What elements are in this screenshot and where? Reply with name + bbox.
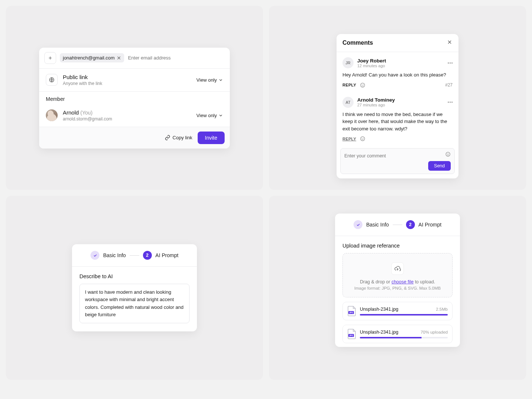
member-name: Arnold	[63, 109, 79, 116]
chevron-down-icon	[218, 113, 223, 118]
chevron-down-icon	[218, 78, 223, 82]
member-permission-dropdown[interactable]: View only	[197, 113, 223, 118]
svg-text:JPG: JPG	[349, 311, 353, 314]
file-progress-text: 70% uploaded	[420, 330, 448, 334]
emoji-button[interactable]	[445, 151, 451, 158]
file-row: JPG Unsplash-2341.jpg 2.5Mb	[342, 302, 453, 320]
comment-body: Hey Arnold! Can you have a look on this …	[342, 71, 453, 79]
smile-icon	[445, 151, 451, 157]
progress-bar	[360, 314, 448, 316]
step-label: Basic Info	[366, 222, 389, 228]
comment-item: JR Joey Robert 12 minutes ago Hey Arnold…	[337, 52, 458, 92]
comment-author: Arnold Tominey	[357, 97, 395, 103]
progress-bar	[360, 337, 448, 338]
cloud-upload-icon	[391, 262, 404, 275]
svg-point-6	[363, 138, 364, 139]
public-link-permission-dropdown[interactable]: View only	[197, 77, 223, 83]
member-heading: Member	[39, 91, 230, 104]
add-email-button[interactable]	[44, 52, 56, 64]
file-jpg-icon: JPG	[347, 306, 356, 316]
comment-more-button[interactable]	[448, 62, 453, 64]
send-button[interactable]: Send	[428, 161, 451, 171]
email-input[interactable]	[128, 55, 225, 61]
svg-point-7	[446, 152, 450, 156]
svg-point-4	[361, 137, 365, 141]
emoji-button[interactable]	[360, 136, 365, 141]
svg-point-8	[447, 154, 447, 154]
check-icon	[356, 223, 360, 227]
step-done-icon	[91, 251, 99, 260]
step-current-badge: 2	[406, 220, 415, 229]
reply-button[interactable]: REPLY	[342, 83, 356, 87]
emoji-button[interactable]	[360, 82, 365, 88]
dropzone-text: Drag & drop or choose file to upload.	[349, 279, 446, 284]
plus-icon	[48, 55, 53, 61]
file-jpg-icon: JPG	[347, 329, 356, 339]
dropzone-subtext: Image format: JPG, PNG, & SVG. Max 5.0MB	[349, 286, 446, 290]
public-link-title: Public link	[63, 74, 197, 80]
comment-time: 12 minutes ago	[357, 64, 386, 68]
svg-point-1	[361, 83, 365, 87]
comment-number: #27	[445, 82, 453, 88]
describe-card: Basic Info 2 AI Prompt Describe to AI I …	[72, 244, 197, 331]
copy-link-button[interactable]: Copy link	[165, 135, 192, 140]
step-done-icon	[354, 220, 362, 229]
comment-input[interactable]	[344, 153, 451, 158]
upload-title: Upload image referance	[342, 243, 453, 249]
comment-author: Joey Robert	[357, 58, 386, 64]
smile-icon	[360, 82, 365, 88]
close-icon	[447, 39, 453, 45]
comment-avatar: AT	[342, 97, 354, 108]
email-chip-text: jonahtrench@gmail.com	[63, 55, 115, 61]
describe-textarea[interactable]: I want to have modern and clean looking …	[79, 284, 190, 323]
dropzone[interactable]: Drag & drop or choose file to upload. Im…	[342, 253, 453, 297]
smile-icon	[360, 136, 365, 141]
member-email: arnold.storm@gmail.com	[63, 116, 197, 122]
member-you-tag: (You)	[81, 110, 93, 116]
file-name: Unsplash-2341.jpg	[360, 307, 398, 312]
comments-title: Comments	[342, 40, 373, 46]
globe-icon	[46, 74, 58, 86]
step-label: AI Prompt	[156, 252, 178, 258]
step-label: Basic Info	[103, 252, 126, 258]
step-separator	[130, 255, 139, 256]
check-icon	[93, 253, 97, 258]
svg-text:JPG: JPG	[349, 334, 353, 337]
invite-button[interactable]: Invite	[198, 132, 225, 144]
upload-card: Basic Info 2 AI Prompt Upload image refe…	[335, 214, 460, 347]
svg-point-5	[362, 138, 362, 139]
describe-title: Describe to AI	[79, 273, 190, 279]
comment-avatar: JR	[342, 57, 354, 68]
member-avatar	[46, 109, 58, 121]
remove-chip-icon[interactable]: ✕	[117, 55, 121, 61]
comment-input-box: Send	[340, 148, 455, 174]
choose-file-link[interactable]: choose file	[392, 279, 414, 284]
svg-point-3	[363, 84, 364, 85]
close-button[interactable]	[447, 39, 453, 47]
step-label: AI Prompt	[419, 222, 441, 228]
comments-card: Comments JR Joey Robert 12 minutes ago H…	[337, 34, 458, 178]
svg-point-2	[362, 84, 362, 85]
file-name: Unsplash-2341.jpg	[360, 330, 398, 335]
share-card: jonahtrench@gmail.com ✕ Public link Anyo…	[39, 48, 230, 149]
comment-time: 27 minutes ago	[357, 103, 395, 107]
comment-more-button[interactable]	[448, 102, 453, 103]
file-row: JPG Unsplash-2341.jpg 70% uploaded	[342, 325, 453, 343]
svg-point-9	[449, 154, 449, 154]
link-icon	[165, 135, 170, 140]
email-chip: jonahtrench@gmail.com ✕	[60, 53, 124, 62]
public-link-sub: Anyone with the link	[63, 81, 197, 86]
file-size: 2.5Mb	[436, 307, 448, 311]
step-separator	[393, 225, 402, 225]
comment-item: AT Arnold Tominey 27 minutes ago I think…	[337, 92, 458, 146]
comment-body: I think we need to move the bed, because…	[342, 111, 453, 133]
reply-button[interactable]: REPLY	[342, 137, 356, 141]
step-current-badge: 2	[143, 251, 152, 260]
